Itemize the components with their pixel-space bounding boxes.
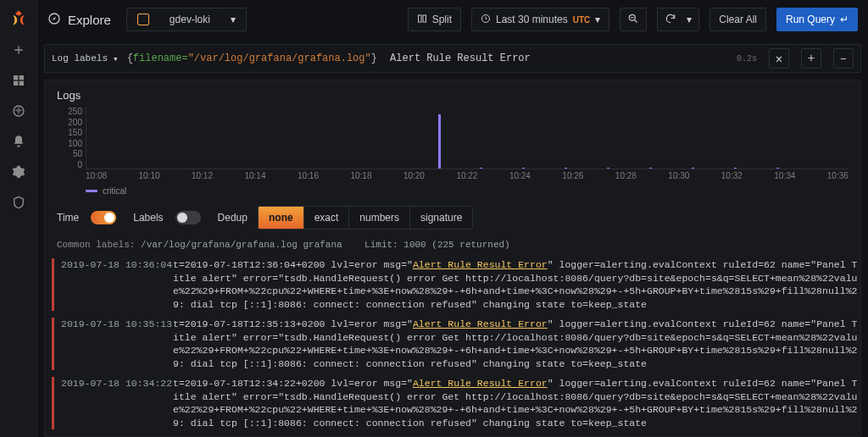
page-title: Explore [68,13,111,27]
chart-plot[interactable] [86,107,849,169]
time-range-label: Last 30 minutes [496,14,568,25]
chart-bar[interactable] [480,168,482,169]
svg-rect-3 [19,81,23,86]
legend-label: critical [103,186,126,196]
query-input[interactable]: {filename="/var/log/grafana/grafana.log"… [127,53,531,64]
log-row[interactable]: 2019-07-18 10:36:04t=2019-07-18T12:36:04… [52,257,860,316]
clock-icon [481,14,491,26]
log-message: t=2019-07-18T12:35:13+0200 lvl=eror msg=… [173,318,860,370]
clear-label: Clear All [719,14,757,25]
topbar: Explore gdev-loki ▾ Split Last 30 minute… [37,0,868,39]
svg-rect-7 [423,15,426,22]
enter-icon: ↵ [840,14,849,25]
labels-toggle-label: Labels [133,212,163,224]
chart-bar[interactable] [607,168,609,169]
svg-rect-6 [418,15,421,22]
time-toggle-label: Time [57,212,79,224]
run-query-button[interactable]: Run Query ↵ [776,8,858,31]
panel-title: Logs [45,80,860,107]
log-highlight: Alert Rule Result Error [413,378,548,389]
common-labels: /var/log/grafana/grafana.log grafana [141,240,342,250]
svg-rect-0 [14,75,18,80]
log-level-bar [52,258,54,311]
dedup-signature-button[interactable]: signature [410,207,472,229]
dedup-segmented: noneexactnumberssignature [258,206,473,230]
dedup-none-button[interactable]: none [259,207,304,229]
log-row[interactable]: 2019-07-18 10:35:13t=2019-07-18T12:35:13… [52,316,860,375]
dedup-label: Dedup [218,212,248,224]
time-toggle[interactable] [91,211,116,224]
compass-icon [47,12,61,28]
log-rows: 2019-07-18 10:36:04t=2019-07-18T12:36:04… [52,257,860,437]
common-prefix: Common labels: [57,240,135,250]
log-row[interactable]: 2019-07-18 10:34:22t=2019-07-18T12:34:22… [52,375,860,434]
timezone-label: UTC [573,15,591,25]
query-key: filename [133,53,182,64]
chevron-down-icon: ▾ [687,14,692,25]
remove-query-button[interactable]: ✕ [769,48,789,69]
page-title-group: Explore [47,12,111,28]
add-query-button[interactable]: + [801,48,821,69]
logs-histogram[interactable]: 250200150100500 10:0810:1010:1210:1410:1… [57,107,849,183]
time-range-picker[interactable]: Last 30 minutes UTC ▾ [471,8,609,31]
zoom-out-button[interactable] [620,8,647,31]
log-highlight: Alert Rule Result Error [413,259,548,270]
log-highlight: Alert Rule Result Error [413,318,548,329]
chevron-down-icon: ▾ [231,14,236,25]
nav-dashboards-icon[interactable] [11,73,26,88]
datasource-picker[interactable]: gdev-loki ▾ [126,8,247,31]
log-labels-text: Log labels [52,53,108,64]
clear-all-button[interactable]: Clear All [709,8,766,31]
svg-rect-2 [14,81,18,86]
log-labels-button[interactable]: Log labels ▾ [52,53,119,64]
dedup-exact-button[interactable]: exact [304,207,350,229]
labels-toggle[interactable] [175,211,201,224]
chevron-down-icon: ▾ [595,14,600,25]
collapse-query-button[interactable]: – [833,48,854,69]
chart-bar[interactable] [692,168,694,169]
nav-alerting-icon[interactable] [11,134,26,149]
chart-legend: critical [86,186,849,196]
log-toolbar: Time Labels Dedup noneexactnumberssignat… [57,204,849,231]
nav-rail [0,0,37,437]
chart-bar[interactable] [522,168,525,169]
search-minus-icon [627,13,639,27]
minus-icon: – [840,52,847,65]
loki-logo-icon [137,14,149,25]
chart-bar[interactable] [438,114,441,169]
chart-yaxis: 250200150100500 [57,107,82,169]
plus-icon: + [808,52,815,65]
log-message: t=2019-07-18T12:36:04+0200 lvl=eror msg=… [173,258,860,311]
dedup-numbers-button[interactable]: numbers [349,207,410,229]
query-row: Log labels ▾ {filename="/var/log/grafana… [44,44,861,73]
columns-icon [417,14,427,26]
chevron-down-icon: ▾ [113,53,119,64]
refresh-button[interactable]: ▾ [657,8,699,31]
chart-bar[interactable] [734,168,737,169]
chart-bar[interactable] [776,168,779,169]
chart-bar[interactable] [649,168,652,169]
nav-config-icon[interactable] [11,164,26,180]
nav-admin-icon[interactable] [11,195,26,210]
nav-create-icon[interactable] [11,42,26,58]
run-label: Run Query [786,14,835,25]
chart-bar[interactable] [565,168,567,169]
query-search: Alert Rule Result Error [390,53,531,64]
split-label: Split [432,14,452,25]
split-button[interactable]: Split [408,8,461,31]
svg-line-10 [635,19,637,22]
grafana-logo-icon[interactable] [9,8,28,27]
logs-panel: Logs 250200150100500 10:0810:1010:1210:1… [44,80,861,437]
svg-rect-1 [19,75,23,80]
log-level-bar [52,377,54,429]
nav-explore-icon[interactable] [11,103,26,119]
log-timestamp: 2019-07-18 10:36:04 [61,258,173,311]
chart-xaxis: 10:0810:1010:1210:1410:1610:1810:2010:22… [86,171,849,183]
log-level-bar [52,318,54,370]
query-value: "/var/log/grafana/grafana.log" [188,53,371,64]
log-message: t=2019-07-18T12:34:22+0200 lvl=eror msg=… [173,377,860,429]
query-elapsed: 0.2s [737,54,757,64]
refresh-icon [665,13,676,27]
legend-swatch [86,190,97,192]
datasource-name: gdev-loki [170,14,210,25]
